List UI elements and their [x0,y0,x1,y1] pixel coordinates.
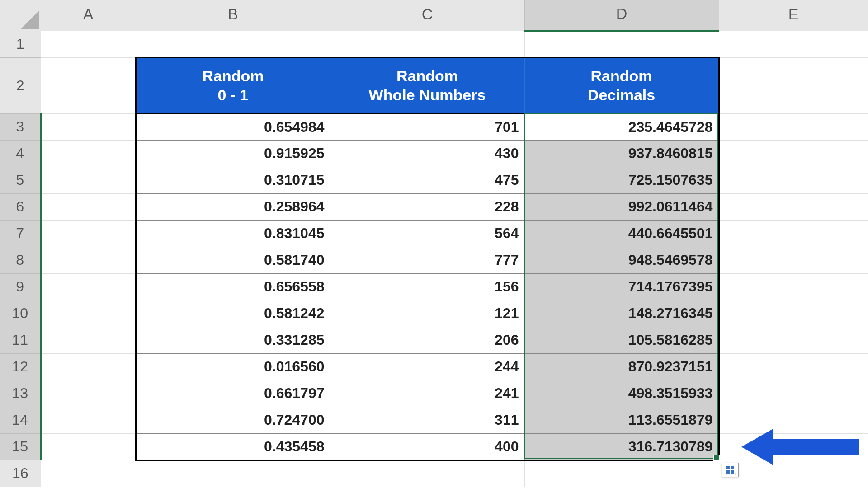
cell-B14[interactable]: 0.724700 [136,407,330,433]
colhdr-A[interactable]: A [41,0,136,31]
colhdr-C[interactable]: C [330,0,524,31]
rowhdr-6[interactable]: 6 [0,193,41,220]
select-all-corner[interactable] [0,0,41,31]
cell-E13[interactable] [719,380,868,407]
cell-E8[interactable] [719,247,868,273]
cell-C8[interactable]: 777 [330,247,524,273]
cell-B8[interactable]: 0.581740 [136,247,330,273]
cell-A7[interactable] [41,220,136,247]
cell-C3[interactable]: 701 [330,113,524,140]
cell-B13[interactable]: 0.661797 [136,380,330,407]
cell-B5[interactable]: 0.310715 [136,167,330,193]
cell-B3[interactable]: 0.654984 [136,113,330,140]
table-header-random-decimals[interactable]: Random Decimals [524,57,719,113]
cell-A14[interactable] [41,407,136,433]
cell-E1[interactable] [719,31,868,57]
cell-A2[interactable] [41,57,136,113]
rowhdr-12[interactable]: 12 [0,353,41,380]
table-header-random-whole[interactable]: Random Whole Numbers [330,57,524,113]
cell-C15[interactable]: 400 [330,433,524,460]
cell-B10[interactable]: 0.581242 [136,300,330,327]
cell-A1[interactable] [41,31,136,57]
cell-D11[interactable]: 105.5816285 [524,327,719,353]
cell-A12[interactable] [41,353,136,380]
cell-E15[interactable] [719,433,868,460]
cell-A11[interactable] [41,327,136,353]
colhdr-B[interactable]: B [136,0,330,31]
cell-A3[interactable] [41,113,136,140]
cell-E9[interactable] [719,273,868,300]
cell-C4[interactable]: 430 [330,140,524,167]
cell-B16[interactable] [136,460,330,487]
cell-A16[interactable] [41,460,136,487]
cell-E4[interactable] [719,140,868,167]
cell-D12[interactable]: 870.9237151 [524,353,719,380]
rowhdr-7[interactable]: 7 [0,220,41,247]
cell-E5[interactable] [719,167,868,193]
cell-D13[interactable]: 498.3515933 [524,380,719,407]
cell-C10[interactable]: 121 [330,300,524,327]
table-header-random-0-1[interactable]: Random 0 - 1 [136,57,330,113]
cell-E6[interactable] [719,193,868,220]
cell-D14[interactable]: 113.6551879 [524,407,719,433]
rowhdr-1[interactable]: 1 [0,31,41,57]
colhdr-D[interactable]: D [524,0,719,31]
cell-E12[interactable] [719,353,868,380]
cell-D10[interactable]: 148.2716345 [524,300,719,327]
cell-B1[interactable] [136,31,330,57]
cell-C6[interactable]: 228 [330,193,524,220]
cell-C16[interactable] [330,460,524,487]
cell-B15[interactable]: 0.435458 [136,433,330,460]
cell-B11[interactable]: 0.331285 [136,327,330,353]
cell-B9[interactable]: 0.656558 [136,273,330,300]
cell-D15[interactable]: 316.7130789 [524,433,719,460]
cell-A8[interactable] [41,247,136,273]
cell-D3[interactable]: 235.4645728 [524,113,719,140]
cell-A13[interactable] [41,380,136,407]
cell-B7[interactable]: 0.831045 [136,220,330,247]
cell-D9[interactable]: 714.1767395 [524,273,719,300]
rowhdr-2[interactable]: 2 [0,57,41,113]
cell-C13[interactable]: 241 [330,380,524,407]
cell-C11[interactable]: 206 [330,327,524,353]
cell-C1[interactable] [330,31,524,57]
rowhdr-5[interactable]: 5 [0,167,41,193]
cell-A4[interactable] [41,140,136,167]
colhdr-E[interactable]: E [719,0,868,31]
cell-C12[interactable]: 244 [330,353,524,380]
cell-B6[interactable]: 0.258964 [136,193,330,220]
cell-B12[interactable]: 0.016560 [136,353,330,380]
cell-E3[interactable] [719,113,868,140]
cell-D16[interactable] [524,460,719,487]
rowhdr-4[interactable]: 4 [0,140,41,167]
cell-B4[interactable]: 0.915925 [136,140,330,167]
cell-E10[interactable] [719,300,868,327]
cell-D4[interactable]: 937.8460815 [524,140,719,167]
cell-E14[interactable] [719,407,868,433]
cell-C9[interactable]: 156 [330,273,524,300]
autofill-options-button[interactable]: + [722,463,739,477]
cell-D7[interactable]: 440.6645501 [524,220,719,247]
cell-E7[interactable] [719,220,868,247]
rowhdr-13[interactable]: 13 [0,380,41,407]
rowhdr-14[interactable]: 14 [0,407,41,433]
cell-A6[interactable] [41,193,136,220]
cell-C7[interactable]: 564 [330,220,524,247]
cell-E11[interactable] [719,327,868,353]
rowhdr-10[interactable]: 10 [0,300,41,327]
worksheet-grid[interactable]: A B C D E 1 2 Random 0 - 1 Random Whole … [0,0,868,487]
rowhdr-16[interactable]: 16 [0,460,41,487]
cell-A15[interactable] [41,433,136,460]
cell-C14[interactable]: 311 [330,407,524,433]
rowhdr-3[interactable]: 3 [0,113,41,140]
cell-A9[interactable] [41,273,136,300]
rowhdr-8[interactable]: 8 [0,247,41,273]
cell-E16[interactable] [719,460,868,487]
cell-D1[interactable] [524,31,719,57]
rowhdr-9[interactable]: 9 [0,273,41,300]
cell-C5[interactable]: 475 [330,167,524,193]
rowhdr-11[interactable]: 11 [0,327,41,353]
cell-E2[interactable] [719,57,868,113]
cell-A10[interactable] [41,300,136,327]
cell-D5[interactable]: 725.1507635 [524,167,719,193]
